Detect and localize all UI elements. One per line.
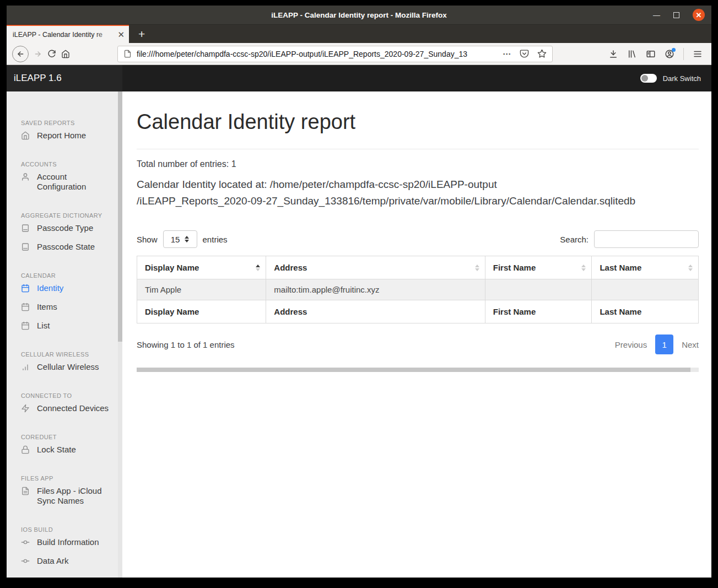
section-title: FILES APP [7,475,122,482]
sidebar-item-passcode-type[interactable]: Passcode Type [7,219,122,238]
horizontal-scrollbar[interactable] [137,368,699,372]
content-area: SAVED REPORTS Report Home ACCOUNTS Accou… [7,91,711,578]
url-bar[interactable]: file:///home/peter/champdfa-ccsc-sp20/iL… [117,46,553,62]
section-title: CALENDAR [7,272,122,279]
tablet-icon [21,224,30,233]
home-button[interactable] [61,50,70,58]
sidebar-scrollbar[interactable] [118,91,122,578]
section-title: COREDUET [7,434,122,440]
account-button[interactable] [665,49,674,59]
window-title: iLEAPP - Calendar Identity report - Mozi… [7,11,711,19]
section-saved-reports: SAVED REPORTS Report Home [7,120,122,145]
located-path-line2: /iLEAPP_Reports_2020-09-27_Sunday_133816… [137,195,635,207]
horizontal-scrollbar-thumb[interactable] [137,368,690,372]
sidebar-scrollbar-thumb[interactable] [118,91,122,342]
next-page-button[interactable]: Next [682,340,699,349]
user-icon [21,172,30,181]
sidebar-item-files-app-icloud-sync-names[interactable]: Files App - iCloud Sync Names [7,482,122,510]
pagination: Previous 1 Next [615,335,699,354]
page-1-button[interactable]: 1 [655,335,673,354]
menu-hamburger-icon[interactable] [693,49,703,59]
home-icon [21,131,30,140]
bookmark-star-icon[interactable] [537,49,547,58]
minimize-icon[interactable]: — [653,12,660,19]
page-actions-icon[interactable]: ⋯ [503,50,511,58]
sidebar-item-lock-state[interactable]: Lock State [7,440,122,459]
entries-label: entries [203,235,228,244]
url-text: file:///home/peter/champdfa-ccsc-sp20/iL… [137,50,498,58]
tab-close-icon[interactable]: ✕ [117,30,125,39]
sidebar-item-passcode-state[interactable]: Passcode State [7,238,122,256]
app-header-right: Dark Switch [122,65,711,91]
sidebar-item-account-configuration[interactable]: Account Configuration [7,168,122,196]
column-header-first-name[interactable]: First Name [485,256,592,279]
sidebar-item-cellular-wireless[interactable]: Cellular Wireless [7,358,122,376]
sidebar: SAVED REPORTS Report Home ACCOUNTS Accou… [7,91,122,578]
section-cellular-wireless: CELLULAR WIRELESS Cellular Wireless [7,351,122,376]
section-aggregate-dictionary: AGGREGATE DICTIONARY Passcode Type Passc… [7,212,122,256]
column-header-last-name[interactable]: Last Name [592,256,699,279]
column-header-address[interactable]: Address [266,256,485,279]
toolbar-separator [683,48,684,60]
calendar-icon [21,284,30,293]
footer-last-name: Last Name [592,300,699,323]
sidebar-item-data-ark[interactable]: Data Ark [7,552,122,570]
column-label: First Name [493,263,536,272]
sidebar-toggle-icon[interactable] [646,49,656,59]
tab-calendar-identity[interactable]: iLEAPP - Calendar Identity re ✕ [7,25,129,43]
section-title: IOS BUILD [7,526,122,533]
sidebar-item-list[interactable]: List [7,316,122,335]
app-brand: iLEAPP 1.6 [14,73,62,84]
back-button[interactable] [12,46,29,62]
calendar-icon [21,321,30,330]
home-icon [61,50,70,58]
sort-icon [581,265,586,271]
sort-icon [475,265,479,271]
git-commit-icon [21,557,30,565]
divider [137,149,699,149]
pocket-icon[interactable] [520,49,529,58]
dark-mode-toggle[interactable] [640,74,657,83]
sidebar-item-items[interactable]: Items [7,298,122,316]
sidebar-item-label: Passcode State [37,242,95,252]
app-header-brand-area: iLEAPP 1.6 [7,65,122,91]
section-title: SAVED REPORTS [7,120,122,126]
cell-address: mailto:tim.apple@fruitinc.xyz [266,279,485,300]
section-title: CONNECTED TO [7,392,122,399]
download-icon[interactable] [608,49,618,59]
close-icon[interactable]: ✕ [693,9,705,21]
table-row: Tim Apple mailto:tim.apple@fruitinc.xyz [137,279,699,300]
new-tab-button[interactable]: + [138,28,145,40]
reload-icon [47,50,56,58]
page-length-select[interactable]: 15 [163,230,197,248]
located-path: Calendar Identity located at: /home/pete… [137,176,699,209]
zap-icon [21,404,30,413]
reload-button[interactable] [47,50,56,58]
cell-last-name [592,279,699,300]
lock-icon [21,445,30,454]
library-icon[interactable] [627,49,637,59]
forward-button[interactable] [34,50,42,58]
sidebar-item-label: Account Configuration [37,172,116,192]
sidebar-item-build-information[interactable]: Build Information [7,533,122,552]
sort-icon [256,265,260,271]
sidebar-item-label: Connected Devices [37,403,109,413]
sidebar-item-report-home[interactable]: Report Home [7,126,122,145]
tablet-icon [21,242,30,251]
table-info-row: Showing 1 to 1 of 1 entries Previous 1 N… [137,335,699,354]
section-title: ACCOUNTS [7,161,122,168]
section-ios-build: IOS BUILD Build Information Data Ark [7,526,122,570]
forward-arrow-icon [34,50,42,58]
previous-page-button[interactable]: Previous [615,340,647,349]
search-input[interactable] [594,230,699,248]
back-arrow-icon [16,50,25,58]
sidebar-item-label: List [37,321,50,331]
sidebar-item-connected-devices[interactable]: Connected Devices [7,399,122,418]
section-files-app: FILES APP Files App - iCloud Sync Names [7,475,122,510]
sidebar-item-label: Cellular Wireless [37,362,99,372]
git-commit-icon [21,538,30,547]
maximize-icon[interactable] [673,12,679,18]
sidebar-item-identity[interactable]: Identity [7,279,122,298]
dark-switch-label: Dark Switch [663,74,701,83]
column-header-display-name[interactable]: Display Name [137,256,266,279]
